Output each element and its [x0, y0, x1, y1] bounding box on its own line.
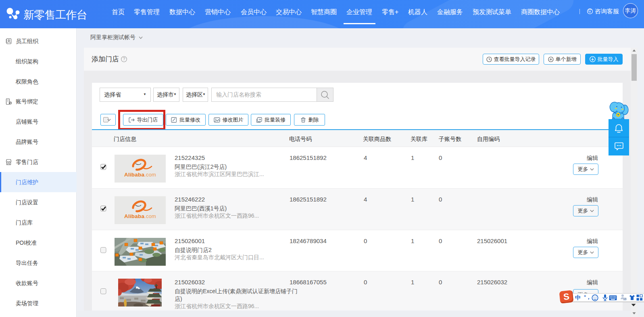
svg-text:Alibaba.com: Alibaba.com — [124, 172, 156, 178]
svg-text:?: ? — [123, 57, 125, 61]
svg-text:Alibaba.com: Alibaba.com — [124, 213, 156, 219]
svg-text:15: 15 — [623, 298, 627, 300]
